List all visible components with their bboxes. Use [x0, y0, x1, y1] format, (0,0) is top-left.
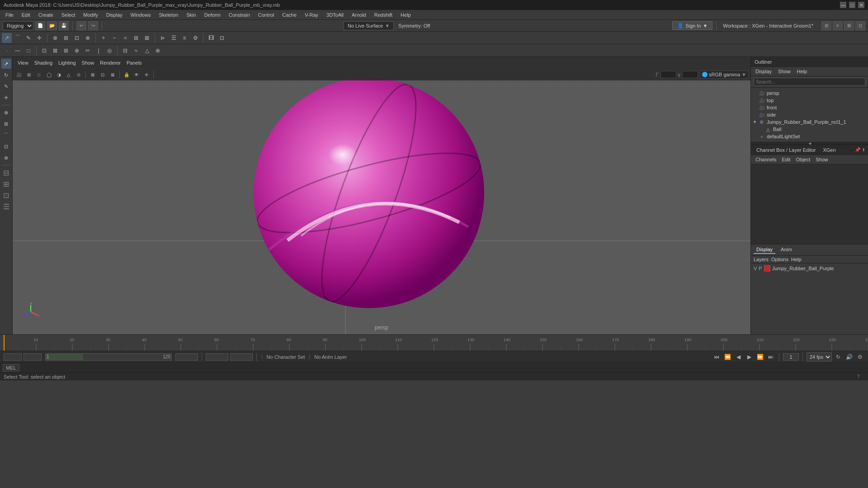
component-face-button[interactable]: □	[24, 46, 33, 56]
menu-item-v-ray[interactable]: V-Ray	[301, 11, 322, 19]
channel-box-button[interactable]: ☰	[169, 33, 179, 43]
menu-item-arnold[interactable]: Arnold	[348, 11, 370, 19]
cb-tab-channelbox[interactable]: Channel Box / Layer Editor	[754, 146, 818, 154]
timeline[interactable]	[0, 334, 868, 351]
tree-item-ball[interactable]: △ Ball	[751, 126, 868, 133]
mel-input[interactable]	[21, 365, 865, 371]
vp-smooth-button[interactable]: ◯	[44, 70, 53, 79]
lasso-mode-button[interactable]: ↻	[1, 70, 11, 80]
vp-panels-menu[interactable]: Panels	[124, 59, 144, 66]
menu-item-modify[interactable]: Modify	[80, 11, 101, 19]
open-button[interactable]: 📂	[47, 21, 57, 30]
cb-show-menu[interactable]: Show	[814, 156, 830, 163]
menu-item-select[interactable]: Select	[58, 11, 79, 19]
render-settings-button[interactable]: 🎞	[206, 33, 216, 43]
vp-lock-button[interactable]: 🔒	[122, 70, 131, 79]
vp-renderer-menu[interactable]: Renderer	[98, 59, 123, 66]
move-mode-button[interactable]: ✛	[1, 93, 11, 103]
gamma-zero-input[interactable]: 0.00	[660, 71, 676, 78]
select-mode-button[interactable]: ↗	[1, 59, 11, 69]
snap-view-button[interactable]: ⊠	[142, 33, 152, 43]
multi-component-button[interactable]: ⊡	[72, 33, 82, 43]
da-options-tab[interactable]: Options	[771, 257, 788, 262]
component-edge-button[interactable]: —	[13, 46, 23, 56]
menu-item-skin[interactable]: Skin	[183, 11, 199, 19]
range-slider[interactable]: 1 120	[45, 353, 172, 361]
menu-item-cache[interactable]: Cache	[278, 11, 300, 19]
menu-item-redshift[interactable]: Redshift	[371, 11, 396, 19]
lasso-select-button[interactable]: ⌒	[13, 33, 23, 43]
connect-button[interactable]: ⊕	[72, 46, 82, 56]
vp-xray-button[interactable]: ⊙	[74, 70, 83, 79]
menu-item-file[interactable]: File	[2, 11, 17, 19]
render-region-button[interactable]: ⊡	[217, 33, 227, 43]
component-vertex-button[interactable]: ·	[2, 46, 12, 56]
playback-abs-end2-input[interactable]: 200	[230, 353, 253, 361]
smooth-button[interactable]: ≈	[131, 46, 141, 56]
tree-item-side[interactable]: 🎥 side	[751, 111, 868, 118]
undo-button[interactable]: ↩	[76, 21, 86, 30]
menu-item-create[interactable]: Create	[35, 11, 57, 19]
minimize-button[interactable]: —	[840, 2, 846, 8]
left-layer-button2[interactable]: ⊞	[1, 179, 11, 189]
mode-select[interactable]: Rigging	[3, 21, 33, 30]
mel-label[interactable]: MEL	[3, 364, 19, 371]
gamma-one-input[interactable]: 1.00	[682, 71, 698, 78]
move-tool-button[interactable]: ✛	[34, 33, 44, 43]
loop-button[interactable]: ↻	[834, 352, 843, 361]
vp-render-button[interactable]: 🖥	[108, 70, 117, 79]
vp-view-menu[interactable]: View	[15, 59, 31, 66]
vp-grid-button[interactable]: ⊞	[24, 70, 33, 79]
ws-icon-2[interactable]: ≡	[833, 21, 843, 30]
vp-eye-button[interactable]: 👁	[132, 70, 141, 79]
da-anim-tab[interactable]: Anim	[778, 246, 795, 254]
live-surface-display[interactable]: No Live Surface ▼	[344, 21, 394, 30]
vp-isolate-button[interactable]: ⊠	[88, 70, 97, 79]
tree-item-front[interactable]: 🎥 front	[751, 104, 868, 111]
playback-end-input[interactable]: 120	[175, 353, 198, 361]
menu-item-windows[interactable]: Windows	[127, 11, 155, 19]
layer-color-swatch[interactable]	[764, 265, 770, 272]
vp-resolution-button[interactable]: ⊡	[98, 70, 107, 79]
history-button[interactable]: ⊳	[158, 33, 168, 43]
paint-mode-button[interactable]: ✎	[1, 81, 11, 91]
playback-current-input[interactable]: 1	[24, 353, 42, 361]
insert-edge-loop-button[interactable]: |	[94, 46, 104, 56]
playback-start-input[interactable]: 1	[4, 353, 22, 361]
left-layer-button1[interactable]: ⊟	[1, 168, 11, 178]
play-back-button[interactable]: ◀	[734, 352, 743, 361]
cb-expand-button[interactable]: ⬆	[862, 147, 865, 152]
left-snap-button[interactable]: ⊕	[1, 108, 11, 117]
snap-curves-button[interactable]: ~	[109, 33, 119, 43]
outliner-search-input[interactable]	[754, 78, 865, 86]
target-weld-button[interactable]: ◎	[104, 46, 114, 56]
snap-points-button[interactable]: +	[99, 33, 108, 43]
prev-frame-button[interactable]: ⏪	[723, 352, 732, 361]
vp-lighting-menu[interactable]: Lighting	[56, 59, 78, 66]
reduce-button[interactable]: △	[142, 46, 152, 56]
signin-button[interactable]: 👤 Sign In ▼	[672, 21, 712, 30]
vp-display-button[interactable]: □	[34, 70, 43, 79]
vp-shading-button[interactable]: ◑	[54, 70, 63, 79]
left-grid-button[interactable]: ⊞	[1, 119, 11, 129]
playback-abs-end-input[interactable]: 120	[206, 353, 228, 361]
multicut-button[interactable]: ✂	[83, 46, 93, 56]
fps-select[interactable]: 24 fps 30 fps 60 fps	[807, 352, 832, 361]
extrude-button[interactable]: ⊡	[39, 46, 49, 56]
remesh-button[interactable]: ⊗	[153, 46, 163, 56]
tree-item-persp[interactable]: 🎥 persp	[751, 89, 868, 97]
select-tool-button[interactable]: ↗	[2, 33, 12, 43]
left-layer-button3[interactable]: ⊡	[1, 190, 11, 200]
current-frame-display[interactable]	[783, 353, 799, 361]
tree-item-lightset[interactable]: ○ defaultLightSet	[751, 133, 868, 140]
gamma-profile-display[interactable]: sRGB gamma ▼	[700, 70, 749, 79]
goto-end-button[interactable]: ⏭	[766, 352, 775, 361]
play-forward-button[interactable]: ▶	[745, 352, 754, 361]
transform-button[interactable]: ⊞	[61, 33, 71, 43]
bridge-button[interactable]: ⊞	[61, 46, 71, 56]
vp-manip-button[interactable]: ✛	[142, 70, 151, 79]
snap-grid-button[interactable]: ⊞	[131, 33, 141, 43]
vp-cam-button[interactable]: 🎥	[14, 70, 24, 79]
left-sculpt-button[interactable]: ⊗	[1, 153, 11, 163]
cb-tab-xgen[interactable]: XGen	[820, 146, 838, 154]
